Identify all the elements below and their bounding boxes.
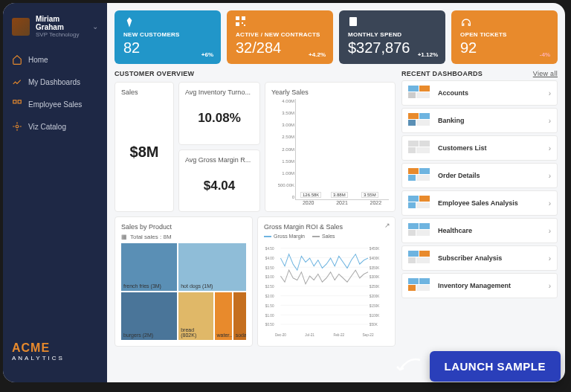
svg-text:Feb-22: Feb-22 <box>333 332 344 338</box>
nav-my-dashboards[interactable]: My Dashboards <box>3 71 107 93</box>
chevron-right-icon: › <box>549 172 551 180</box>
kpi-card-3[interactable]: OPEN TICKETS92-4% <box>451 10 558 64</box>
kpi-card-1[interactable]: ACTIVE / NEW CONTRACTS32/284+4.2% <box>227 10 333 64</box>
dashboard-item[interactable]: Inventory Management› <box>401 273 558 298</box>
dashboard-thumb <box>408 168 432 183</box>
diamond-icon <box>123 16 135 30</box>
nav-label: Home <box>28 56 48 64</box>
dashboard-item[interactable]: Accounts› <box>401 80 558 106</box>
treemap-cell[interactable]: water... <box>215 292 232 340</box>
dashboard-item[interactable]: Customers List› <box>401 135 558 161</box>
view-all-link[interactable]: View all <box>533 70 558 77</box>
svg-text:$2.50: $2.50 <box>265 284 274 289</box>
dashboard-item[interactable]: Banking› <box>401 108 558 133</box>
tile-inventory[interactable]: Avg Inventory Turno... 10.08% <box>178 82 260 145</box>
tile-yearly-sales[interactable]: Yearly Sales 4.00M3.50M3.00M2.50M2.00M1.… <box>265 82 396 212</box>
tile-margin[interactable]: Avg Gross Margin R... $4.04 <box>178 150 260 213</box>
svg-text:$4.50: $4.50 <box>265 245 274 251</box>
tile-sales-by-product[interactable]: Sales by Product ▦ Total sales : 8M fren… <box>114 216 253 347</box>
dashboard-thumb <box>408 196 432 211</box>
svg-rect-8 <box>349 17 357 26</box>
user-profile[interactable]: Miriam Graham SVP Technology ⌄ <box>3 12 107 48</box>
recent-title: RECENT DASHBOARDS <box>401 70 483 77</box>
svg-text:$1.00: $1.00 <box>265 312 274 318</box>
dashboard-item[interactable]: Employee Sales Analysis› <box>401 190 558 216</box>
svg-text:$1.50: $1.50 <box>265 303 274 308</box>
launch-sample-button[interactable]: LAUNCH SAMPLE <box>430 351 561 382</box>
treemap-cell[interactable]: soda... <box>233 292 246 340</box>
home-icon <box>12 54 22 65</box>
sales-value: $8M <box>130 144 159 161</box>
arrow-icon <box>394 356 424 379</box>
svg-text:$150K: $150K <box>370 303 380 308</box>
nav-employee-sales[interactable]: Employee Sales <box>3 93 107 115</box>
dashboard-thumb <box>408 251 432 266</box>
tile-gross-margin-roi[interactable]: ↗ Gross Margin ROI & Sales Gross Margin … <box>257 216 396 347</box>
svg-text:$3.00: $3.00 <box>265 274 274 280</box>
nav-home[interactable]: Home <box>3 48 107 71</box>
svg-point-2 <box>16 125 19 128</box>
svg-rect-5 <box>236 22 239 26</box>
dashboard-thumb <box>408 86 432 100</box>
svg-text:$400K: $400K <box>370 255 380 260</box>
margin-value: $4.04 <box>204 179 236 193</box>
dashboard-thumb <box>408 278 432 293</box>
svg-text:$450K: $450K <box>370 245 380 251</box>
dashboard-thumb <box>408 113 432 128</box>
svg-rect-1 <box>18 100 21 103</box>
svg-text:$50K: $50K <box>370 322 378 327</box>
svg-text:$3.50: $3.50 <box>265 265 274 270</box>
inventory-value: 10.08% <box>198 111 241 126</box>
nav-label: Viz Catalog <box>28 123 66 131</box>
brand-logo: ACME ANALYTICS <box>3 330 107 373</box>
nav-label: My Dashboards <box>28 78 80 86</box>
chevron-right-icon: › <box>549 199 551 208</box>
catalog-icon <box>12 121 22 132</box>
dashboard-item[interactable]: Subscriber Analysis› <box>401 245 558 271</box>
svg-text:$0.50: $0.50 <box>265 322 274 327</box>
svg-rect-0 <box>13 100 16 103</box>
svg-text:Dec-20: Dec-20 <box>275 332 286 338</box>
treemap-cell[interactable]: burgers (2M) <box>121 292 177 340</box>
page-icon <box>348 16 358 29</box>
employee-icon <box>12 99 22 109</box>
qr-icon <box>236 16 246 29</box>
svg-rect-4 <box>242 16 245 20</box>
treemap-cell[interactable]: french fries (3M) <box>121 243 177 291</box>
dashboard-icon <box>12 77 22 87</box>
chevron-right-icon: › <box>549 282 551 290</box>
svg-rect-6 <box>242 22 243 24</box>
tile-sales[interactable]: Sales $8M <box>114 82 174 212</box>
svg-text:Sep-22: Sep-22 <box>362 332 373 338</box>
headset-icon <box>460 16 472 30</box>
dashboard-thumb <box>408 223 432 238</box>
svg-text:Jul-21: Jul-21 <box>305 332 314 338</box>
dashboard-item[interactable]: Order Details› <box>401 163 558 188</box>
chevron-right-icon: › <box>549 117 551 125</box>
chevron-right-icon: › <box>549 227 551 235</box>
svg-text:$4.00: $4.00 <box>265 255 274 260</box>
svg-text:$250K: $250K <box>370 284 380 289</box>
kpi-card-2[interactable]: MONTHLY SPEND$327,876+1.12% <box>339 10 445 64</box>
svg-text:$200K: $200K <box>370 293 380 298</box>
svg-rect-7 <box>244 25 245 26</box>
treemap-cell[interactable]: hot dogs (1M) <box>178 243 246 291</box>
chevron-right-icon: › <box>549 254 551 263</box>
treemap-cell[interactable]: bread (802K) <box>178 292 213 340</box>
profile-name: Miriam Graham <box>36 15 86 31</box>
chevron-right-icon: › <box>549 144 551 152</box>
svg-text:$300K: $300K <box>370 274 380 280</box>
avatar <box>12 18 30 36</box>
profile-role: SVP Technology <box>36 31 86 38</box>
dashboard-item[interactable]: Healthcare› <box>401 218 558 243</box>
svg-text:$350K: $350K <box>370 265 380 270</box>
svg-text:$100K: $100K <box>370 312 380 318</box>
nav-label: Employee Sales <box>28 100 82 109</box>
overview-title: CUSTOMER OVERVIEW <box>114 70 396 77</box>
svg-rect-3 <box>236 16 239 20</box>
grid-icon: ▦ <box>121 234 127 240</box>
kpi-card-0[interactable]: NEW CUSTOMERS82+6% <box>114 10 221 64</box>
expand-icon[interactable]: ↗ <box>384 222 390 229</box>
chevron-down-icon: ⌄ <box>92 22 98 30</box>
nav-viz-catalog[interactable]: Viz Catalog <box>3 115 107 138</box>
